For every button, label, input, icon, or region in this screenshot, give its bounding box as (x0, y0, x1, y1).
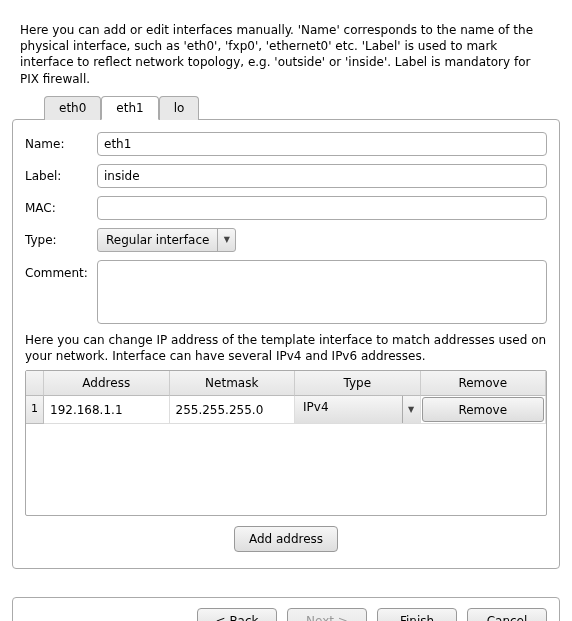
wizard-button-bar: < Back Next > Finish Cancel (12, 597, 560, 621)
col-address[interactable]: Address (44, 371, 170, 396)
col-remove[interactable]: Remove (421, 371, 547, 396)
col-type[interactable]: Type (295, 371, 421, 396)
col-netmask[interactable]: Netmask (170, 371, 296, 396)
iptype-dropdown-value: IPv4 (295, 396, 402, 423)
mac-label: MAC: (25, 201, 97, 215)
next-arrow-icon: > (338, 614, 348, 621)
comment-input[interactable] (97, 260, 547, 324)
table-corner (26, 371, 44, 396)
tab-eth1[interactable]: eth1 (101, 96, 158, 120)
address-input[interactable] (44, 396, 169, 423)
intro-text: Here you can add or edit interfaces manu… (20, 22, 552, 87)
interface-tabs: eth0 eth1 lo (44, 95, 560, 119)
row-number: 1 (26, 396, 44, 424)
type-dropdown-value: Regular interface (98, 229, 217, 251)
name-label: Name: (25, 137, 97, 151)
name-input[interactable] (97, 132, 547, 156)
back-button[interactable]: < Back (197, 608, 277, 621)
ip-intro-text: Here you can change IP address of the te… (25, 332, 547, 364)
chevron-down-icon: ▼ (402, 396, 420, 423)
mac-input[interactable] (97, 196, 547, 220)
type-dropdown[interactable]: Regular interface ▼ (97, 228, 236, 252)
label-input[interactable] (97, 164, 547, 188)
remove-row-button[interactable]: Remove (422, 397, 545, 422)
type-label: Type: (25, 233, 97, 247)
back-arrow-icon: < (215, 614, 225, 621)
add-address-button[interactable]: Add address (234, 526, 338, 552)
iptype-dropdown[interactable]: IPv4 ▼ (295, 396, 420, 423)
tab-lo[interactable]: lo (159, 96, 200, 120)
netmask-input[interactable] (170, 396, 295, 423)
tab-eth0[interactable]: eth0 (44, 96, 101, 120)
interface-panel: Name: Label: MAC: Type: Regular interfac… (12, 119, 560, 569)
cancel-button[interactable]: Cancel (467, 608, 547, 621)
next-button: Next > (287, 608, 367, 621)
comment-label: Comment: (25, 260, 97, 280)
address-table: Address Netmask Type Remove 1 IPv4 ▼ (25, 370, 547, 516)
chevron-down-icon: ▼ (217, 229, 235, 251)
finish-button[interactable]: Finish (377, 608, 457, 621)
label-label: Label: (25, 169, 97, 183)
